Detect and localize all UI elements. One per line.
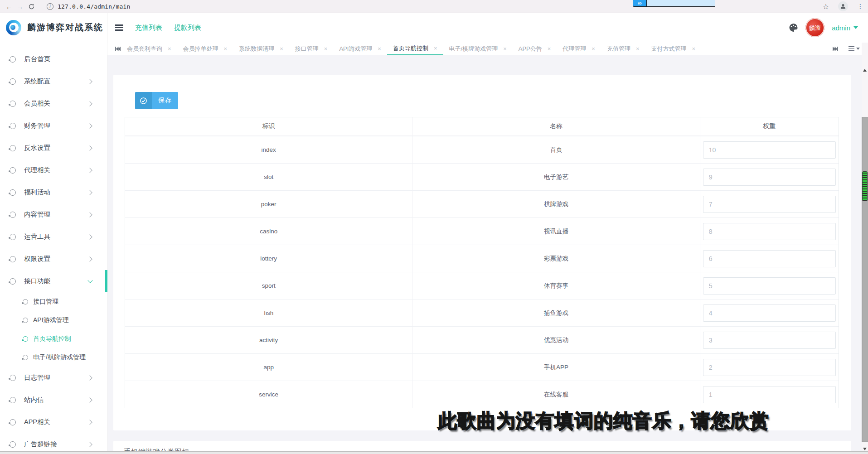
sidebar-subitem-electronic-poker-game-management[interactable]: 电子/棋牌游戏管理 [0,348,107,367]
close-icon[interactable]: × [434,45,437,52]
tab-7[interactable]: 电子/棋牌游戏管理× [443,43,513,55]
tab-label: 会员套利查询 [127,45,162,53]
weight-input[interactable] [703,169,836,186]
header-link-withdraw-list[interactable]: 提款列表 [174,24,201,32]
tabs-scroll-left-icon[interactable] [115,46,121,52]
nav-weight-cell [700,136,839,163]
scrollbar-thumb[interactable] [862,171,868,201]
nav-key-cell: slot [125,164,412,190]
sidebar-item-log-management[interactable]: 日志管理 [0,367,107,389]
sidebar-subitem-interface-management[interactable]: 接口管理 [0,292,107,311]
tab-10[interactable]: 充值管理× [601,43,645,55]
theme-palette-icon[interactable] [789,23,798,32]
tabs-scroll-right-icon[interactable] [832,46,839,52]
tab-8[interactable]: APP公告× [513,43,557,55]
tab-label: APP公告 [519,45,542,53]
browser-forward-icon[interactable]: → [15,3,25,10]
sidebar-item-label: 运营工具 [24,232,50,241]
sidebar-item-backstage-home[interactable]: 后台首页 [0,48,107,70]
close-icon[interactable]: × [503,45,507,52]
close-icon[interactable]: × [168,45,171,52]
tabs-actions-menu[interactable] [849,46,860,51]
page-info-icon[interactable]: i [47,3,53,10]
sidebar-item-interface-functions[interactable]: 接口功能 [0,270,107,292]
profile-icon[interactable] [838,1,848,11]
tab-9[interactable]: 代理管理× [557,43,601,55]
header-link-recharge-list[interactable]: 充值列表 [135,24,162,32]
browser-reload-icon[interactable] [28,3,35,10]
sidebar-item-member-related[interactable]: 会员相关 [0,92,107,115]
sidebar-collapse-icon[interactable] [115,24,123,31]
scroll-up-arrow-icon[interactable] [863,69,867,72]
save-button-label: 保存 [152,92,178,109]
sidebar-item-operation-tools[interactable]: 运营工具 [0,226,107,248]
sidebar-item-permission-settings[interactable]: 权限设置 [0,248,107,270]
circle-icon [10,278,16,285]
chevron-right-icon [87,168,92,173]
user-menu[interactable]: admin [832,24,858,32]
page-scrollbar[interactable] [862,43,868,454]
circle-icon [10,145,16,151]
tab-6[interactable]: 首页导航控制× [387,43,443,55]
browser-menu-icon[interactable]: ⋮ [857,3,863,10]
close-icon[interactable]: × [636,45,640,52]
close-icon[interactable]: × [378,45,381,52]
close-icon[interactable]: × [280,45,283,52]
sidebar-subitem-label: 首页导航控制 [33,335,71,343]
sidebar-item-agent-related[interactable]: 代理相关 [0,159,107,181]
infinity-extension-icon[interactable]: ∞ [633,0,646,7]
sidebar-subitem-label: 接口管理 [33,298,58,306]
table-row: index首页 [125,136,839,164]
nav-key-cell: app [125,354,412,381]
nav-name-cell: 手机APP [412,354,700,381]
sidebar-item-site-message[interactable]: 站内信 [0,389,107,411]
sidebar-item-label: 广告超链接 [24,440,57,449]
sidebar-subitem-api-game-management[interactable]: API游戏管理 [0,311,107,329]
weight-input[interactable] [703,332,836,349]
sidebar-item-welfare-activity[interactable]: 福利活动 [0,181,107,203]
weight-input[interactable] [703,250,836,267]
sidebar-item-label: 福利活动 [24,188,50,197]
tab-3[interactable]: 系统数据清理× [233,43,289,55]
tab-11[interactable]: 支付方式管理× [645,43,702,55]
close-icon[interactable]: × [324,45,328,52]
weight-input[interactable] [703,304,836,322]
sidebar-item-finance-management[interactable]: 财务管理 [0,115,107,137]
weight-input[interactable] [703,277,836,295]
chevron-right-icon [87,212,92,217]
weight-input[interactable] [703,196,836,213]
weight-input[interactable] [703,359,836,376]
tab-2[interactable]: 会员掉单处理× [177,43,233,55]
save-button[interactable]: 保存 [135,92,178,109]
circle-icon [10,56,16,63]
sidebar-item-rebate-settings[interactable]: 反水设置 [0,137,107,159]
close-icon[interactable]: × [592,45,595,52]
weight-input[interactable] [703,386,836,403]
nav-name-cell: 首页 [412,136,700,163]
nav-key-cell: poker [125,191,412,217]
address-bar[interactable]: 127.0.0.4/admin/main [58,3,131,10]
weight-input[interactable] [703,223,836,240]
chevron-right-icon [87,101,92,106]
chevron-right-icon [87,256,92,261]
tab-1[interactable]: 会员套利查询× [121,43,177,55]
user-avatar[interactable]: 麟游 [805,17,825,38]
tab-5[interactable]: API游戏管理× [333,43,387,55]
scrollbar-track[interactable] [862,117,868,442]
sidebar-item-app-related[interactable]: APP相关 [0,411,107,433]
sidebar-subitem-home-nav-control[interactable]: 首页导航控制 [0,329,107,348]
close-icon[interactable]: × [692,45,696,52]
browser-back-icon[interactable]: ← [4,3,15,10]
sidebar-item-system-config[interactable]: 系统配置 [0,70,107,92]
close-icon[interactable]: × [224,45,228,52]
scroll-down-arrow-icon[interactable] [863,448,867,450]
close-icon[interactable]: × [548,45,551,52]
nav-key-cell: casino [125,218,412,245]
tab-4[interactable]: 接口管理× [289,43,334,55]
nav-weight-cell [700,164,839,190]
sidebar-item-content-management[interactable]: 内容管理 [0,203,107,226]
chevron-right-icon [87,442,92,447]
weight-input[interactable] [703,141,836,159]
bookmark-star-icon[interactable]: ☆ [823,2,829,11]
circle-icon [10,167,16,174]
